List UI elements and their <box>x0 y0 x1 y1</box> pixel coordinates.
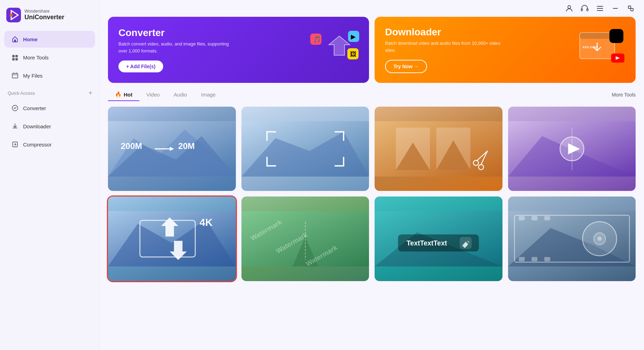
home-icon <box>11 35 19 43</box>
logo-area: Wondershare UniConverter <box>0 0 99 30</box>
tab-audio[interactable]: Audio <box>167 89 194 101</box>
svg-rect-26 <box>609 29 623 43</box>
tabs-row: 🔥 Hot Video Audio Image More Tools <box>108 88 636 101</box>
svg-text:xxx.com: xxx.com <box>583 45 598 49</box>
sidebar-item-compressor[interactable]: Compressor <box>4 136 95 153</box>
sidebar-item-my-files[interactable]: My Files <box>4 67 95 84</box>
brand-top: Wondershare <box>24 9 64 14</box>
logo-text: Wondershare UniConverter <box>24 9 64 21</box>
headset-icon[interactable] <box>580 3 589 13</box>
svg-rect-6 <box>12 58 15 60</box>
svg-rect-74 <box>531 257 537 261</box>
tools-section: 🔥 Hot Video Audio Image More Tools <box>100 88 644 350</box>
quick-access-section: Quick Access + <box>0 85 99 99</box>
tool-thumb-compressor: 200M 20M <box>108 107 236 191</box>
svg-text:20M: 20M <box>178 141 195 151</box>
user-icon[interactable] <box>564 3 574 13</box>
svg-rect-73 <box>519 257 524 261</box>
brand-bottom: UniConverter <box>24 14 64 21</box>
svg-rect-13 <box>587 9 588 11</box>
svg-text:4K: 4K <box>200 217 212 228</box>
quick-access-label: Quick Access <box>8 91 35 96</box>
svg-rect-15 <box>631 8 633 11</box>
sidebar-item-more-tools[interactable]: More Tools <box>4 49 95 66</box>
tool-thumb-image-enhancer: 4K <box>108 197 236 281</box>
tool-card-video-editor[interactable]: Video Editor Batch trim, crop, speed and… <box>375 107 502 191</box>
svg-rect-72 <box>544 216 550 220</box>
svg-text:200M: 200M <box>121 141 142 151</box>
tool-card-watermark-remover[interactable]: Watermark Watermark Watermark Watermark … <box>241 197 369 281</box>
app-logo-icon <box>6 8 21 22</box>
tool-thumb-watermark-remover: Watermark Watermark Watermark <box>241 197 369 281</box>
svg-text:TextTextText: TextTextText <box>406 240 447 247</box>
svg-rect-14 <box>628 6 631 8</box>
tool-card-screen-recorder[interactable]: Screen Recorder 1:1 quality screen recor… <box>241 107 369 191</box>
compressor-icon <box>11 141 19 148</box>
sidebar-item-converter-label: Converter <box>23 105 46 111</box>
tab-hot[interactable]: 🔥 Hot <box>108 88 139 101</box>
converter-add-files-button[interactable]: + Add File(s) <box>118 60 163 72</box>
converter-banner: Converter Batch convert video, audio, an… <box>108 17 369 83</box>
sidebar-item-converter[interactable]: Converter <box>4 100 95 116</box>
svg-rect-5 <box>15 55 18 57</box>
tools-grid: 200M 20M Compressor Batch compress video… <box>108 107 636 281</box>
minimize-icon[interactable] <box>610 3 620 13</box>
tab-image[interactable]: Image <box>194 89 223 101</box>
svg-rect-3 <box>14 40 16 42</box>
banners-section: Converter Batch convert video, audio, an… <box>100 17 644 88</box>
tool-card-compressor[interactable]: 200M 20M Compressor Batch compress video… <box>108 107 236 191</box>
sidebar-item-more-tools-label: More Tools <box>23 55 49 60</box>
sidebar: Wondershare UniConverter Home More Tools <box>0 0 100 350</box>
svg-rect-4 <box>12 55 15 57</box>
sidebar-item-home[interactable]: Home <box>4 31 95 48</box>
svg-rect-7 <box>15 58 18 60</box>
more-tools-link[interactable]: More Tools <box>612 92 636 98</box>
svg-rect-8 <box>12 73 18 78</box>
svg-rect-12 <box>581 9 583 11</box>
downloader-banner-desc: Batch download video and audio files fro… <box>385 40 504 53</box>
tool-card-video-enhancer[interactable]: Video Enhancer AI Automatically enhance … <box>508 107 636 191</box>
downloader-icon <box>11 122 19 130</box>
tab-video[interactable]: Video <box>139 89 167 101</box>
menu-icon[interactable] <box>595 3 605 13</box>
tool-thumb-screen-recorder <box>241 107 369 191</box>
svg-rect-70 <box>519 216 524 220</box>
svg-rect-71 <box>531 216 537 220</box>
svg-rect-0 <box>6 8 21 22</box>
svg-point-11 <box>568 6 571 8</box>
downloader-try-now-button[interactable]: Try Now → <box>385 60 427 73</box>
converter-banner-desc: Batch convert video, audio, and image fi… <box>118 41 237 54</box>
sidebar-item-downloader-label: Downloader <box>23 123 51 129</box>
sidebar-item-compressor-label: Compressor <box>23 142 52 148</box>
topbar <box>100 0 644 17</box>
converter-icon <box>11 104 19 112</box>
svg-text:🎵: 🎵 <box>313 36 321 43</box>
converter-illustration: 🎵 🖼 ▶ <box>306 27 362 73</box>
sidebar-item-home-label: Home <box>23 36 38 42</box>
main-content: Converter Batch convert video, audio, an… <box>100 0 644 350</box>
fire-icon: 🔥 <box>115 91 122 98</box>
tool-card-dvd-burner[interactable]: DVD Burner Burn videos in different form… <box>508 197 636 281</box>
tool-thumb-video-editor <box>375 107 502 191</box>
svg-text:🖼: 🖼 <box>350 51 356 58</box>
svg-point-78 <box>597 237 601 241</box>
my-files-icon <box>11 72 19 79</box>
maximize-icon[interactable] <box>626 3 636 13</box>
sidebar-item-my-files-label: My Files <box>23 73 43 79</box>
svg-point-2 <box>10 14 13 16</box>
sidebar-item-downloader[interactable]: Downloader <box>4 118 95 135</box>
more-tools-icon <box>11 53 19 61</box>
svg-text:♪: ♪ <box>613 33 616 40</box>
svg-marker-16 <box>329 36 350 55</box>
tool-thumb-subtitle-editor: TextTextText <box>375 197 502 281</box>
tool-thumb-video-enhancer <box>508 107 636 191</box>
svg-rect-75 <box>544 257 550 261</box>
downloader-illustration: xxx.com ♪ <box>573 27 629 73</box>
tool-thumb-dvd-burner <box>508 197 636 281</box>
quick-access-add-button[interactable]: + <box>88 90 92 97</box>
downloader-banner: Downloader Batch download video and audi… <box>375 17 636 83</box>
tool-card-image-enhancer[interactable]: 4K Image Enhancer <box>108 197 236 281</box>
tool-card-subtitle-editor[interactable]: TextTextText Subtitle Editor AI Automati… <box>375 197 502 281</box>
svg-text:▶: ▶ <box>351 33 356 40</box>
